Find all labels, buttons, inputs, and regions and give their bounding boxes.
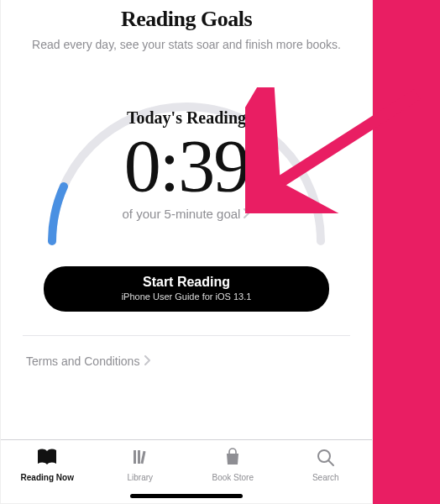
tab-search[interactable]: Search	[280, 440, 373, 503]
tab-label: Book Store	[212, 473, 254, 482]
svg-line-4	[328, 460, 333, 465]
tab-label: Search	[312, 473, 339, 482]
start-reading-button[interactable]: Start Reading iPhone User Guide for iOS …	[44, 266, 329, 312]
tab-bar: Reading Now Library Book Store Search	[1, 439, 372, 503]
start-reading-label: Start Reading	[44, 275, 329, 290]
svg-rect-2	[140, 451, 145, 464]
page-subtitle: Read every day, see your stats soar and …	[23, 37, 350, 53]
terms-label: Terms and Conditions	[26, 354, 139, 368]
search-icon	[315, 447, 337, 470]
divider	[23, 335, 350, 336]
terms-and-conditions-link[interactable]: Terms and Conditions	[26, 354, 151, 368]
home-indicator	[130, 494, 243, 498]
reading-gauge: Today's Reading 0:39 of your 5-minute go…	[27, 68, 346, 253]
phone-frame: Reading Goals Read every day, see your s…	[0, 0, 373, 504]
goal-text: of your 5-minute goal	[123, 207, 241, 221]
reading-time-value: 0:39	[27, 129, 346, 203]
shopping-bag-icon	[222, 447, 244, 470]
tab-label: Library	[127, 473, 153, 482]
tab-reading-now[interactable]: Reading Now	[1, 440, 94, 503]
svg-rect-1	[138, 450, 140, 464]
start-reading-subtitle: iPhone User Guide for iOS 13.1	[44, 291, 329, 302]
book-open-icon	[36, 447, 58, 470]
library-icon	[129, 447, 151, 470]
svg-rect-0	[134, 450, 136, 464]
page-title: Reading Goals	[23, 7, 350, 32]
goal-detail-link[interactable]: of your 5-minute goal	[123, 207, 251, 221]
annotation-highlight-column	[373, 0, 440, 504]
tab-label: Reading Now	[21, 473, 74, 482]
chevron-right-icon	[144, 354, 151, 368]
chevron-right-icon	[244, 207, 250, 221]
